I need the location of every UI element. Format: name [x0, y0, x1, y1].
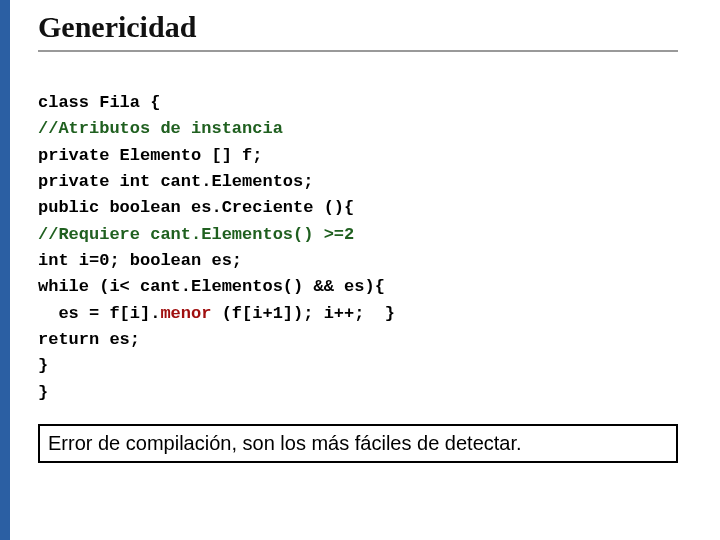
code-line: class Fila { [38, 93, 160, 112]
code-comment: //Atributos de instancia [38, 119, 283, 138]
code-line: es = f[i].menor (f[i+1]); i++; } [38, 304, 395, 323]
code-line: private int cant.Elementos; [38, 172, 313, 191]
code-method: menor [160, 304, 211, 323]
note-box: Error de compilación, son los más fácile… [38, 424, 678, 463]
code-comment: //Requiere cant.Elementos() >=2 [38, 225, 354, 244]
code-line: public boolean es.Creciente (){ [38, 198, 354, 217]
code-line: while (i< cant.Elementos() && es){ [38, 277, 385, 296]
code-line: private Elemento [] f; [38, 146, 262, 165]
code-block: class Fila { //Atributos de instancia pr… [38, 90, 698, 406]
slide-content: Genericidad class Fila { //Atributos de … [38, 0, 698, 463]
accent-bar [0, 0, 10, 540]
code-line: } [38, 356, 48, 375]
page-title: Genericidad [38, 10, 678, 52]
code-line: } [38, 383, 48, 402]
code-line: return es; [38, 330, 140, 349]
code-line: int i=0; boolean es; [38, 251, 242, 270]
